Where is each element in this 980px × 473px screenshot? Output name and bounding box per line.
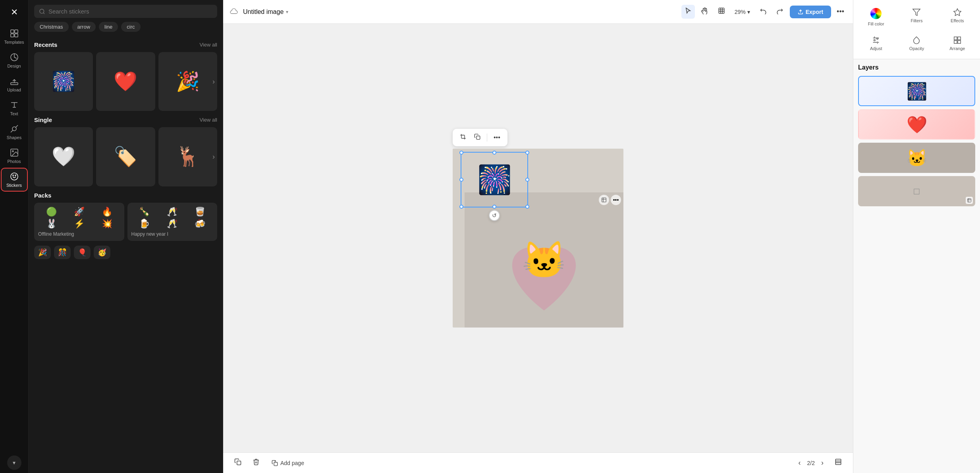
bottom-stickers-row: 🎉 🎊 🎈 🥳: [34, 246, 217, 259]
svg-rect-26: [954, 37, 957, 40]
undo-button[interactable]: [756, 5, 770, 19]
layer-item-firework[interactable]: 🎆: [858, 76, 975, 106]
sidebar-item-text[interactable]: Text: [2, 97, 27, 119]
pack-offline-marketing[interactable]: 🟢 🚀 🔥 🐰 ⚡ 💥 Offline Marketing: [34, 203, 124, 241]
sidebar-item-upload[interactable]: Upload: [2, 73, 27, 95]
zoom-chevron-icon: ▾: [747, 9, 750, 15]
bottom-sticker-2[interactable]: 🎊: [54, 246, 71, 259]
bottom-sticker-1[interactable]: 🎉: [34, 246, 51, 259]
image-more-button[interactable]: •••: [611, 195, 621, 205]
more-options-button[interactable]: •••: [834, 5, 847, 18]
prev-page-button[interactable]: ‹: [795, 457, 804, 469]
handle-bottom-right[interactable]: [525, 205, 529, 209]
single-view-all[interactable]: View all: [199, 117, 217, 123]
tag-line[interactable]: line: [99, 22, 118, 32]
svg-rect-19: [274, 462, 278, 466]
arrange-tool[interactable]: Arrange: [938, 33, 977, 54]
zoom-control[interactable]: 29% ▾: [731, 7, 753, 17]
handle-bottom-middle[interactable]: [492, 205, 496, 209]
expand-sidebar-button[interactable]: ▾: [7, 456, 21, 470]
pack-happy-new-year[interactable]: 🍾 🥂 🥃 🍺 🥂 🍻 Happy new year I: [127, 203, 218, 241]
redo-button[interactable]: [773, 5, 787, 19]
pack-name: Happy new year I: [131, 231, 214, 237]
firework-emoji: 🎆: [477, 166, 512, 194]
bottom-sticker-4[interactable]: 🥳: [94, 246, 110, 259]
sidebar-item-stickers[interactable]: Stickers: [2, 169, 27, 191]
sticker-sale[interactable]: 🏷️: [96, 127, 155, 186]
sidebar-item-templates[interactable]: Templates: [2, 25, 27, 48]
adjust-tool[interactable]: Adjust: [857, 33, 895, 54]
opacity-tool[interactable]: Opacity: [897, 33, 936, 54]
packs-title: Packs: [34, 192, 51, 199]
svg-rect-29: [958, 41, 961, 43]
handle-top-right[interactable]: [525, 151, 529, 155]
document-title[interactable]: Untitled image ▾: [243, 8, 288, 16]
duplicate-page-button[interactable]: [231, 456, 245, 470]
export-button[interactable]: Export: [790, 6, 831, 18]
tag-arrow[interactable]: arrow: [72, 22, 96, 32]
page-actions: [831, 456, 845, 470]
search-input-wrap[interactable]: [34, 5, 217, 18]
app-logo[interactable]: ✕: [6, 3, 23, 21]
fill-color-tool[interactable]: Fill color: [857, 5, 895, 29]
selected-sticker-firework[interactable]: 🎆 ↺: [461, 152, 528, 207]
canvas-background: 🐱 ••• 🎆: [453, 149, 623, 328]
effects-tool[interactable]: Effects: [938, 5, 977, 29]
handle-middle-left[interactable]: [459, 178, 463, 182]
rotate-handle[interactable]: ↺: [489, 210, 500, 221]
sticker-reindeer[interactable]: 🦌: [158, 127, 217, 186]
pack-icon: 💥: [94, 219, 120, 229]
recents-view-all[interactable]: View all: [199, 42, 217, 48]
svg-point-12: [13, 175, 14, 176]
image-options-icon[interactable]: [599, 195, 609, 205]
right-panel-tools: Fill color Filters Effects: [853, 0, 980, 59]
handle-bottom-left[interactable]: [459, 205, 463, 209]
tag-christmas[interactable]: Christmas: [34, 22, 69, 32]
filters-tool[interactable]: Filters: [897, 5, 936, 29]
sticker-party-hat[interactable]: 🎉: [158, 52, 217, 111]
sticker-heart[interactable]: ❤️: [96, 52, 155, 111]
pack-icon: 🥂: [159, 219, 185, 229]
sticker-firework[interactable]: 🎆: [34, 52, 93, 111]
packs-header: Packs: [34, 192, 217, 199]
svg-rect-22: [835, 459, 841, 461]
layer-bg-preview: □: [914, 186, 920, 197]
svg-rect-16: [476, 136, 480, 140]
layer-item-background[interactable]: □: [858, 176, 975, 206]
svg-text:✕: ✕: [11, 7, 18, 17]
handle-top-middle[interactable]: [492, 151, 496, 155]
pack-icon: 🍻: [187, 219, 213, 229]
layer-item-cat-photo[interactable]: 🐱: [858, 143, 975, 173]
sidebar-item-shapes[interactable]: Shapes: [2, 121, 27, 143]
svg-point-11: [11, 173, 18, 180]
bottom-sticker-3[interactable]: 🎈: [74, 246, 91, 259]
next-page-button[interactable]: ›: [818, 457, 827, 469]
panel-content: Recents View all 🎆 ❤️ 🎉 Single View all …: [29, 36, 223, 473]
layer-item-heart[interactable]: ❤️: [858, 109, 975, 140]
svg-rect-15: [719, 8, 724, 14]
toolbar-divider: [487, 134, 487, 142]
layers-button[interactable]: [831, 456, 845, 470]
search-bar: [29, 0, 223, 22]
svg-rect-7: [11, 83, 18, 85]
duplicate-button[interactable]: [471, 131, 484, 144]
sticker-heart-white[interactable]: 🤍: [34, 127, 93, 186]
svg-rect-5: [15, 34, 18, 37]
add-page-button[interactable]: Add page: [268, 457, 308, 469]
crop-button[interactable]: [457, 131, 469, 144]
delete-page-button[interactable]: [249, 456, 263, 470]
tag-circ[interactable]: circ: [121, 22, 140, 32]
svg-point-14: [40, 9, 44, 14]
resize-tool-button[interactable]: [715, 5, 728, 19]
sidebar-item-design[interactable]: Design: [2, 49, 27, 72]
handle-top-left[interactable]: [459, 151, 463, 155]
svg-point-24: [874, 39, 876, 41]
layer-heart-preview: ❤️: [907, 115, 927, 134]
select-tool-button[interactable]: [681, 5, 695, 19]
sidebar-item-photos[interactable]: Photos: [2, 145, 27, 167]
canvas-more-button[interactable]: •••: [490, 132, 504, 143]
pan-tool-button[interactable]: [698, 5, 712, 19]
search-input[interactable]: [48, 8, 212, 15]
layer-cat-preview: 🐱: [907, 148, 927, 168]
handle-middle-right[interactable]: [525, 178, 529, 182]
